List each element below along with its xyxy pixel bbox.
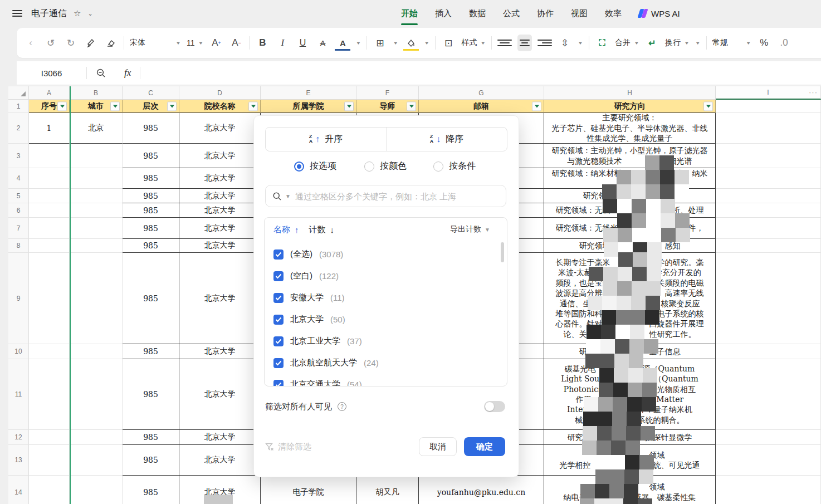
cell-D13[interactable]: 北京大学 [179, 445, 261, 476]
decrease-font-icon[interactable]: A− [229, 35, 243, 51]
cell-C8[interactable]: 985 [123, 239, 179, 253]
wps-ai-button[interactable]: WPS AI [638, 9, 680, 18]
column-header-D[interactable]: D [179, 86, 261, 100]
cell-C12[interactable]: 985 [123, 430, 179, 445]
main-menu-icon[interactable] [12, 10, 22, 17]
font-color-chevron-icon[interactable]: ▼ [355, 41, 361, 46]
font-name-select[interactable]: 宋体▼ [130, 38, 181, 48]
column-title-cell[interactable]: 城市 [70, 100, 123, 113]
sort-by-count-button[interactable]: 计数 [309, 224, 326, 235]
cell-C5[interactable]: 985 [123, 189, 179, 203]
cell-I2[interactable] [716, 113, 821, 144]
checkbox-checked-icon[interactable] [273, 380, 284, 387]
redo-button[interactable]: ↻ [63, 35, 78, 51]
font-color-button[interactable]: A [335, 35, 350, 51]
wrap-text-select[interactable]: 换行▼ [665, 38, 690, 48]
checkbox-checked-icon[interactable] [273, 249, 284, 260]
row-number[interactable]: 8 [8, 239, 29, 253]
cell-I7[interactable] [716, 218, 821, 239]
cell-A9[interactable] [29, 253, 70, 344]
column-header-H[interactable]: H [544, 86, 716, 100]
cell-I12[interactable] [716, 430, 821, 445]
column-header-I[interactable]: I [716, 86, 821, 100]
column-header-G[interactable]: G [419, 86, 544, 100]
cell-A11[interactable] [29, 359, 70, 430]
row-number[interactable]: 6 [8, 203, 29, 218]
filter-dropdown-button[interactable] [167, 101, 177, 111]
cell-B8[interactable] [70, 239, 123, 253]
tab-view[interactable]: 视图 [570, 6, 589, 21]
filter-dropdown-button[interactable] [703, 101, 713, 111]
filter-search-box[interactable]: ▼ [265, 185, 506, 207]
cell-B11[interactable] [70, 359, 123, 430]
select-all-corner[interactable] [8, 86, 29, 100]
cell-H8[interactable]: 研究领域 感知 [544, 239, 716, 253]
cell-D12[interactable]: 北京大学 [179, 430, 261, 445]
cell-C4[interactable]: 985 [123, 168, 179, 189]
cell-style-select[interactable]: 样式▼ [461, 38, 486, 48]
column-title-cell[interactable]: 层次 [123, 100, 179, 113]
vertical-align-icon[interactable]: ⇳ [558, 35, 572, 51]
cell-H12[interactable]: 研究领 扫描探针显微学 [544, 430, 716, 445]
cell-C7[interactable]: 985 [123, 218, 179, 239]
cell-B5[interactable] [70, 189, 123, 203]
confirm-button[interactable]: 确定 [464, 437, 505, 456]
merge-cells-icon[interactable]: ⛶ [595, 35, 609, 51]
cell-A10[interactable] [29, 344, 70, 359]
column-header-A[interactable]: A [29, 86, 70, 100]
cell-D7[interactable]: 北京大学 [179, 218, 261, 239]
cell-A2[interactable]: 1 [29, 113, 70, 144]
cell-H9[interactable]: 长期专注于毫米 学的研究。毫 米波-太赫兹波 待充分开发的 频段，也是宝贵 关频… [544, 253, 716, 344]
cell-style-icon[interactable]: ⊡ [441, 35, 456, 51]
row-number[interactable]: 10 [8, 344, 29, 359]
cell-H7[interactable]: 研究领域：无线光 量子器件， [544, 218, 716, 239]
filter-list-item[interactable]: (空白)(122) [273, 265, 498, 287]
cell-H10[interactable]: 研究领 量子信息 [544, 344, 716, 359]
strikethrough-button[interactable]: A [315, 35, 330, 51]
cell-H5[interactable]: 研究领域 学 [544, 189, 716, 203]
fill-color-chevron-icon[interactable]: ▼ [424, 41, 429, 46]
column-header-C[interactable]: C [123, 86, 179, 100]
export-count-button[interactable]: 导出计数 ▼ [450, 224, 490, 234]
increase-font-icon[interactable]: A+ [209, 35, 223, 51]
cell-reference-box[interactable]: I3066 [17, 68, 86, 78]
row-number[interactable]: 5 [8, 189, 29, 203]
cell-A14[interactable] [29, 476, 70, 504]
cell-A4[interactable] [29, 168, 70, 189]
cell-C13[interactable]: 985 [123, 445, 179, 476]
cell-A13[interactable] [29, 445, 70, 476]
cell-B10[interactable] [70, 344, 123, 359]
visible-to-all-toggle[interactable] [484, 401, 505, 412]
name-sort-arrow-up-icon[interactable]: ↑ [295, 225, 299, 234]
cell-G14[interactable]: youfanhu@pku.edu.cn [419, 476, 544, 504]
cell-A6[interactable] [29, 203, 70, 218]
align-left-button[interactable] [497, 35, 512, 51]
title-chevron-down-icon[interactable]: ⌄ [87, 10, 92, 17]
cell-B7[interactable] [70, 218, 123, 239]
checkbox-checked-icon[interactable] [273, 293, 284, 303]
cell-H11[interactable]: 碳基光电 光源（Quantum Light Sou 子器件（Quantum Ph… [544, 359, 716, 430]
cell-D10[interactable]: 北京大学 [179, 344, 261, 359]
cell-I6[interactable] [716, 203, 821, 218]
cell-I8[interactable] [716, 239, 821, 253]
tab-efficiency[interactable]: 效率 [604, 6, 623, 21]
filter-list-item[interactable]: 北京交通大学(54) [273, 374, 498, 386]
cell-C11[interactable]: 985 [123, 359, 179, 430]
align-center-button[interactable] [517, 35, 532, 51]
column-title-cell[interactable]: 所属学院 [261, 100, 356, 113]
bold-button[interactable]: B [255, 35, 270, 51]
cell-I10[interactable] [716, 344, 821, 359]
cell-B6[interactable] [70, 203, 123, 218]
row-number[interactable]: 13 [8, 445, 29, 476]
cell-A8[interactable] [29, 239, 70, 253]
cell-F14[interactable]: 胡又凡 [356, 476, 419, 504]
merge-cells-select[interactable]: 合并▼ [615, 38, 639, 48]
row-number[interactable]: 11 [8, 359, 29, 430]
cell-D8[interactable]: 北京大学 [179, 239, 261, 253]
cell-D6[interactable]: 北京大学 [179, 203, 261, 218]
radio-by-option[interactable]: 按选项 [294, 160, 336, 172]
column-title-cell[interactable]: 研究方向 [544, 100, 716, 113]
row-number[interactable]: 9 [8, 253, 29, 344]
tab-home[interactable]: 开始 [400, 6, 419, 21]
filter-list-item[interactable]: 北京工业大学(37) [273, 330, 498, 352]
